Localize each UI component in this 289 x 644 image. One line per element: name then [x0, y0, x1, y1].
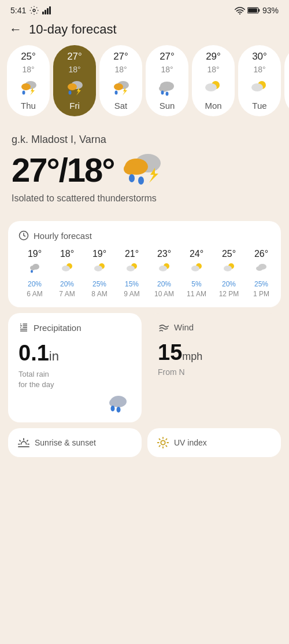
sunrise-card[interactable]: Sunrise & sunset [8, 428, 142, 457]
hour-item: 18° 20% 7 AM [51, 249, 83, 298]
day-name: Mon [205, 101, 221, 111]
page-title: 10-day forecast [29, 22, 117, 37]
status-right: 93% [235, 6, 279, 15]
day-name: Thu [21, 101, 36, 111]
wind-card: Wind 15mph From N [147, 313, 281, 422]
bottom-row: Sunrise & sunset UV index [8, 428, 281, 457]
svg-point-60 [161, 441, 165, 445]
hour-time: 9 AM [124, 290, 139, 298]
precip-label: Total rainfor the day [18, 369, 131, 390]
rain-cloud-icon [106, 392, 131, 413]
hour-precip: 20% [60, 280, 74, 288]
day-card-fri[interactable]: 27° 18° Fri [53, 45, 96, 116]
wifi-icon [235, 6, 245, 14]
hour-precip: 20% [157, 280, 171, 288]
svg-point-5 [239, 13, 240, 14]
svg-point-28 [251, 83, 263, 91]
hour-time: 6 AM [27, 290, 42, 298]
hour-temp: 18° [60, 249, 74, 259]
wind-direction: From N [158, 367, 271, 377]
svg-point-43 [62, 266, 70, 271]
day-low: 18° [68, 65, 80, 74]
svg-point-14 [68, 83, 77, 90]
day-low: 18° [161, 65, 173, 74]
svg-point-18 [114, 83, 123, 90]
day-card-tue[interactable]: 30° 18° Tue [238, 45, 281, 116]
day-name: Fri [69, 101, 80, 111]
precip-icon-row [18, 392, 131, 413]
clock-icon [18, 230, 29, 241]
day-card-sat[interactable]: 27° 18° Sat [99, 45, 142, 116]
hour-item: 23° 20% 10 AM [148, 249, 180, 298]
precip-value: 0.1in [18, 341, 131, 366]
svg-point-57 [109, 399, 118, 407]
day-name: Sat [114, 101, 128, 111]
svg-rect-2 [45, 10, 46, 14]
status-bar: 5:41 93% [0, 0, 289, 19]
hour-time: 7 AM [59, 290, 75, 298]
hour-item: 24° 5% 11 AM [180, 249, 213, 298]
hour-precip: 20% [28, 280, 42, 288]
hour-precip: 5% [191, 280, 201, 288]
hourly-row: 19° 20% 6 AM 18° 20% 7 AM 19° 25% 8 AM 2… [18, 249, 271, 298]
svg-point-10 [21, 83, 31, 90]
hour-precip: 15% [125, 280, 139, 288]
hour-temp: 26° [254, 249, 268, 259]
day-card-thu[interactable]: 25° 18° Thu [7, 45, 50, 116]
day-low: 18° [114, 65, 127, 74]
svg-point-47 [127, 266, 135, 271]
hour-item: 19° 20% 6 AM [18, 249, 51, 298]
day-low: 18° [207, 65, 219, 74]
hourly-scroll[interactable]: 19° 20% 6 AM 18° 20% 7 AM 19° 25% 8 AM 2… [18, 249, 271, 298]
back-button[interactable]: ← [9, 22, 22, 37]
wind-title: Wind [158, 322, 271, 332]
precipitation-icon [18, 322, 29, 333]
day-name: Sun [160, 101, 175, 111]
hour-icon [190, 261, 203, 278]
battery-label: 93% [262, 6, 279, 15]
uv-card[interactable]: UV index [147, 428, 281, 457]
day-card-wed[interactable]: 28° 18° Wed [284, 45, 289, 116]
main-temp: 27°/18° [12, 150, 114, 189]
temp-row: 27°/18° [12, 148, 277, 191]
day-weather-icon [110, 76, 132, 98]
svg-point-51 [191, 266, 199, 271]
sunrise-label: Sunrise & sunset [35, 438, 96, 447]
day-card-sun[interactable]: 27° 18° Sun [146, 45, 188, 116]
svg-point-0 [33, 9, 35, 12]
hour-icon [222, 261, 236, 278]
svg-rect-8 [248, 8, 257, 12]
svg-point-55 [256, 266, 263, 271]
day-weather-icon [249, 76, 271, 98]
hour-time: 8 AM [91, 290, 107, 298]
status-left: 5:41 [10, 6, 51, 15]
precip-title: Precipitation [18, 322, 131, 333]
hour-temp: 23° [157, 249, 171, 259]
svg-point-35 [129, 174, 135, 182]
wind-value: 15mph [158, 340, 271, 365]
hour-icon [157, 261, 171, 278]
day-card-mon[interactable]: 29° 18° Mon [192, 45, 235, 116]
svg-rect-7 [258, 9, 260, 12]
hour-item: 21° 15% 9 AM [116, 249, 148, 298]
precipitation-card: Precipitation 0.1in Total rainfor the da… [8, 313, 142, 422]
hour-icon [92, 261, 106, 278]
day-strip: 25° 18° Thu 27° 18° Fri 27° 18° Sat 27° … [5, 45, 289, 116]
day-high: 27° [67, 51, 82, 62]
hour-item: 26° 25% 1 PM [245, 249, 271, 298]
day-high: 29° [206, 51, 221, 62]
main-weather: g.k. Mladost I, Varna 27°/18° Isolated t… [0, 123, 289, 215]
hour-temp: 25° [222, 249, 236, 259]
hour-icon [60, 261, 74, 278]
thunderstorm-icon [120, 148, 166, 185]
svg-point-23 [161, 91, 164, 95]
svg-point-12 [23, 91, 25, 95]
day-weather-icon [17, 76, 39, 98]
svg-point-20 [115, 91, 118, 95]
hour-precip: 20% [222, 280, 236, 288]
day-weather-icon [202, 76, 224, 98]
weather-description: Isolated to scattered thunderstorms [12, 193, 277, 204]
hour-item: 25° 20% 12 PM [213, 249, 245, 298]
svg-point-36 [138, 176, 144, 185]
hourly-forecast-title: Hourly forecast [18, 230, 271, 241]
